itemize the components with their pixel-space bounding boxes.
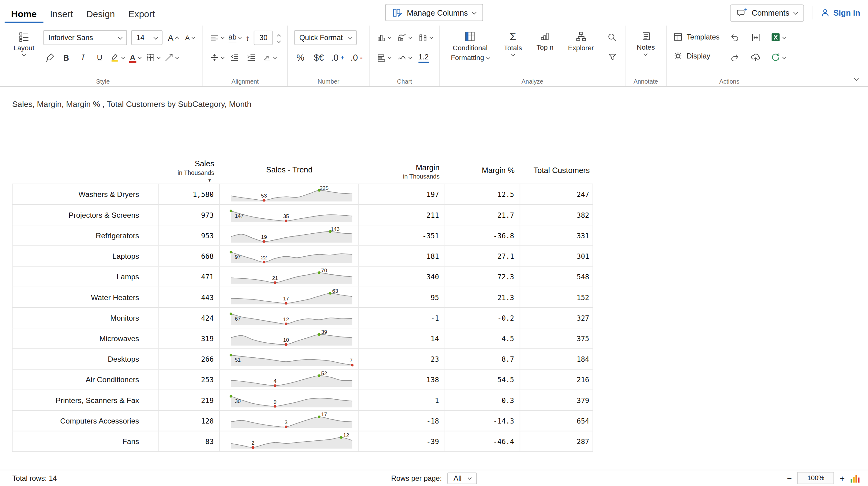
sales-cell[interactable]: 953	[159, 225, 220, 245]
decrease-indent-button[interactable]	[228, 50, 241, 65]
column-header-sales-trend[interactable]: Sales - Trend	[220, 165, 359, 184]
layout-button[interactable]: Layout	[10, 30, 38, 56]
sales-cell[interactable]: 219	[159, 390, 220, 410]
highlight-color-button[interactable]	[110, 50, 124, 65]
sign-in-button[interactable]: Sign in	[820, 8, 860, 18]
bold-button[interactable]: B	[60, 50, 72, 65]
table-row[interactable]: Washers & Dryers1,5805322519712.5247	[12, 184, 593, 205]
column-width-button[interactable]	[749, 30, 762, 44]
rows-per-page-select[interactable]: All	[447, 472, 477, 484]
row-label-cell[interactable]: Washers & Dryers	[12, 184, 159, 204]
redo-button[interactable]	[728, 50, 741, 65]
column-header-sales[interactable]: Sales in Thousands ▾	[159, 159, 220, 184]
refresh-button[interactable]	[771, 50, 785, 65]
customers-cell[interactable]: 331	[520, 225, 593, 245]
tab-export[interactable]: Export	[122, 2, 161, 23]
row-label-cell[interactable]: Fans	[12, 431, 159, 451]
row-label-cell[interactable]: Refrigerators	[12, 225, 159, 245]
sales-cell[interactable]: 319	[159, 328, 220, 348]
sales-cell[interactable]: 973	[159, 205, 220, 225]
sales-trend-cell[interactable]: 751	[220, 349, 359, 369]
sales-cell[interactable]: 471	[159, 267, 220, 286]
customers-cell[interactable]: 327	[520, 308, 593, 328]
tab-design[interactable]: Design	[80, 2, 122, 23]
customers-cell[interactable]: 184	[520, 349, 593, 369]
margin-pct-cell[interactable]: -36.8	[445, 225, 520, 245]
font-size-select[interactable]: 14	[131, 30, 162, 45]
customers-cell[interactable]: 152	[520, 287, 593, 307]
sales-cell[interactable]: 253	[159, 370, 220, 390]
row-label-cell[interactable]: Air Conditioners	[12, 370, 159, 390]
table-row[interactable]: Desktops266751238.7184	[12, 349, 593, 369]
customers-cell[interactable]: 216	[520, 370, 593, 390]
sales-cell[interactable]: 266	[159, 349, 220, 369]
sales-cell[interactable]: 424	[159, 308, 220, 328]
sales-trend-cell[interactable]: 1039	[220, 328, 359, 348]
margin-pct-cell[interactable]: 21.7	[445, 205, 520, 225]
column-header-margin[interactable]: Margin in Thousands	[359, 163, 445, 183]
export-excel-button[interactable]	[771, 30, 785, 44]
customers-cell[interactable]: 548	[520, 267, 593, 286]
search-button[interactable]	[606, 30, 618, 44]
sparkline-button[interactable]	[397, 50, 411, 65]
table-row[interactable]: Monitors4241267-1-0.2327	[12, 308, 593, 328]
row-label-cell[interactable]: Computers Accessories	[12, 411, 159, 431]
table-row[interactable]: Air Conditioners25345213854.5216	[12, 370, 593, 390]
margin-cell[interactable]: 211	[359, 205, 445, 225]
table-row[interactable]: Laptops668229718127.1301	[12, 246, 593, 267]
sales-trend-cell[interactable]: 2297	[220, 246, 359, 266]
decimal-places-button[interactable]: 1.2	[418, 53, 429, 63]
zoom-out-button[interactable]: −	[787, 474, 792, 483]
column-chart-button[interactable]	[377, 30, 391, 45]
margin-pct-cell[interactable]: -14.3	[445, 411, 520, 431]
quick-format-select[interactable]: Quick Format	[294, 30, 357, 45]
margin-cell[interactable]: 95	[359, 287, 445, 307]
underline-button[interactable]: U	[93, 50, 105, 65]
margin-pct-cell[interactable]: 21.3	[445, 287, 520, 307]
sales-trend-cell[interactable]: 930	[220, 390, 359, 410]
manage-columns-button[interactable]: Manage Columns	[385, 4, 483, 21]
italic-button[interactable]: I	[77, 50, 89, 65]
text-rotate-button[interactable]	[262, 50, 276, 65]
row-height-input[interactable]: 30	[254, 30, 273, 45]
display-button[interactable]: Display	[673, 49, 719, 62]
margin-pct-cell[interactable]: 12.5	[445, 184, 520, 204]
margin-pct-cell[interactable]: 0.3	[445, 390, 520, 410]
tab-home[interactable]: Home	[5, 2, 43, 23]
sales-trend-cell[interactable]: 1763	[220, 287, 359, 307]
row-label-cell[interactable]: Lamps	[12, 267, 159, 286]
margin-cell[interactable]: 1	[359, 390, 445, 410]
margin-pct-cell[interactable]: -46.4	[445, 431, 520, 451]
row-label-cell[interactable]: Printers, Scanners & Fax	[12, 390, 159, 410]
table-row[interactable]: Computers Accessories128317-18-14.3654	[12, 411, 593, 431]
grow-font-button[interactable]: A	[167, 30, 179, 45]
margin-pct-cell[interactable]: 54.5	[445, 370, 520, 390]
margin-cell[interactable]: 340	[359, 267, 445, 286]
row-label-cell[interactable]: Desktops	[12, 349, 159, 369]
customers-cell[interactable]: 382	[520, 205, 593, 225]
column-header-margin-pct[interactable]: Margin %	[445, 166, 520, 184]
margin-cell[interactable]: 138	[359, 370, 445, 390]
publish-button[interactable]	[749, 50, 762, 65]
zoom-in-button[interactable]: +	[840, 474, 845, 483]
comments-button[interactable]: Comments	[730, 4, 804, 22]
ribbon-collapse-button[interactable]	[855, 72, 858, 82]
tab-insert[interactable]: Insert	[43, 2, 80, 23]
margin-cell[interactable]: -351	[359, 225, 445, 245]
sales-trend-cell[interactable]: 212	[220, 431, 359, 451]
sales-cell[interactable]: 668	[159, 246, 220, 266]
format-painter-button[interactable]	[43, 50, 56, 65]
customers-cell[interactable]: 287	[520, 431, 593, 451]
margin-pct-cell[interactable]: -0.2	[445, 308, 520, 328]
bar-chart-button[interactable]	[377, 50, 391, 65]
decrease-decimal-button[interactable]: .0-	[350, 50, 363, 65]
sales-trend-cell[interactable]: 2170	[220, 267, 359, 286]
increase-indent-button[interactable]	[245, 50, 257, 65]
row-label-cell[interactable]: Microwaves	[12, 328, 159, 348]
font-family-select[interactable]: Inforiver Sans	[43, 30, 127, 45]
row-height-stepper[interactable]	[278, 33, 280, 42]
top-n-button[interactable]: Top n	[532, 30, 558, 51]
sort-desc-icon[interactable]: ▾	[209, 178, 211, 183]
shrink-font-button[interactable]: A	[184, 30, 196, 45]
sales-cell[interactable]: 83	[159, 431, 220, 451]
